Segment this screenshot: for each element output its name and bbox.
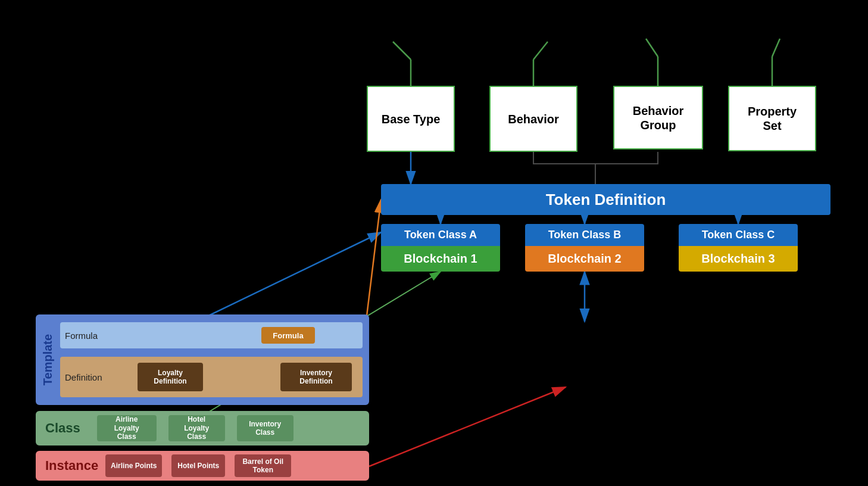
token-class-a-header: Token Class A (381, 224, 500, 246)
svg-line-8 (393, 42, 411, 60)
token-class-a: Token Class A Blockchain 1 (381, 224, 500, 272)
token-class-c: Token Class C Blockchain 3 (679, 224, 798, 272)
token-class-b-header: Token Class B (525, 224, 644, 246)
svg-line-24 (369, 387, 566, 466)
template-box: Template Formula Formula Definition Loya… (36, 314, 369, 405)
formula-row: Formula Formula (60, 322, 363, 348)
formula-badge: Formula (261, 327, 315, 344)
base-type-box: Base Type (367, 86, 455, 152)
svg-line-21 (202, 232, 381, 319)
instance-row: Instance Airline Points Hotel Points Bar… (36, 451, 369, 481)
barrel-of-oil-badge: Barrel of OilToken (235, 454, 291, 477)
formula-row-label: Formula (65, 331, 98, 341)
token-class-c-header: Token Class C (679, 224, 798, 246)
behavior-group-box: BehaviorGroup (613, 86, 703, 149)
class-label: Class (45, 420, 80, 436)
svg-line-10 (533, 42, 548, 60)
airline-loyalty-class-badge: AirlineLoyaltyClass (97, 415, 157, 441)
loyalty-definition-badge: LoyaltyDefinition (138, 363, 203, 391)
svg-line-14 (772, 39, 780, 57)
blockchain-3: Blockchain 3 (679, 246, 798, 272)
instance-label: Instance (45, 458, 98, 473)
token-definition-bar: Token Definition (381, 184, 830, 215)
behavior-box: Behavior (489, 86, 577, 152)
hotel-loyalty-class-badge: HotelLoyaltyClass (168, 415, 225, 441)
inventory-definition-badge: InventoryDefinition (280, 363, 352, 391)
definition-row-label: Definition (65, 372, 102, 382)
hotel-points-badge: Hotel Points (171, 454, 225, 477)
diagram: Base Type Behavior BehaviorGroup Propert… (0, 0, 868, 486)
airline-points-badge: Airline Points (105, 454, 162, 477)
token-class-b: Token Class B Blockchain 2 (525, 224, 644, 272)
blockchain-2: Blockchain 2 (525, 246, 644, 272)
property-set-box: PropertySet (728, 86, 816, 151)
inventory-class-badge: InventoryClass (237, 415, 294, 441)
definition-row: Definition LoyaltyDefinition InventoryDe… (60, 357, 363, 397)
svg-line-12 (646, 39, 658, 57)
blockchain-1: Blockchain 1 (381, 246, 500, 272)
class-row: Class AirlineLoyaltyClass HotelLoyaltyCl… (36, 411, 369, 446)
template-label: Template (41, 334, 55, 385)
